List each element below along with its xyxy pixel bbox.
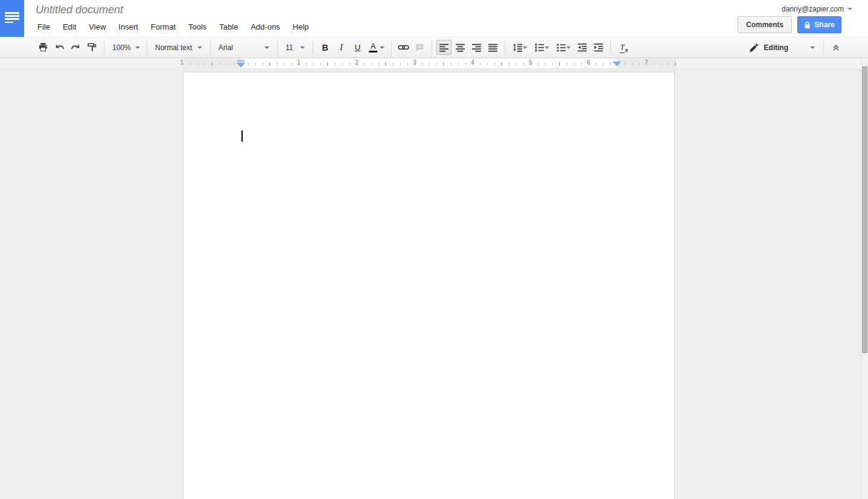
- bulleted-list-button[interactable]: [553, 40, 573, 55]
- print-button[interactable]: [36, 40, 51, 55]
- undo-icon: [54, 42, 65, 52]
- ruler-number: 5: [528, 59, 533, 66]
- align-center-icon: [455, 42, 465, 52]
- increase-indent-button[interactable]: [591, 40, 606, 55]
- insert-link-button[interactable]: [396, 40, 411, 55]
- underline-icon: U: [355, 43, 360, 52]
- decrease-indent-button[interactable]: [575, 40, 590, 55]
- menu-tools[interactable]: Tools: [187, 22, 208, 32]
- toolbar-separator: [313, 41, 313, 54]
- right-indent-marker[interactable]: [613, 62, 621, 66]
- font-size-value: 11: [286, 43, 293, 52]
- ruler-number: 7: [644, 59, 649, 66]
- chevron-down-icon: [810, 46, 815, 49]
- zoom-select[interactable]: 100%: [108, 40, 143, 55]
- chevron-down-icon: [380, 46, 385, 49]
- first-line-indent-marker[interactable]: [237, 60, 244, 62]
- document-title[interactable]: Untitled document: [36, 4, 123, 16]
- clear-formatting-button[interactable]: Tx: [615, 40, 633, 55]
- line-spacing-button[interactable]: [509, 40, 530, 55]
- lock-icon: [804, 21, 811, 29]
- numbered-list-icon: [534, 42, 544, 52]
- comments-button[interactable]: Comments: [738, 16, 792, 33]
- document-page[interactable]: [183, 72, 675, 499]
- justify-icon: [488, 42, 498, 52]
- ruler-ticks: [183, 59, 676, 68]
- bold-button[interactable]: B: [318, 40, 333, 55]
- font-family-value: Arial: [219, 43, 233, 52]
- toolbar-separator: [432, 41, 432, 54]
- ruler-number: 6: [586, 59, 591, 66]
- menu-help[interactable]: Help: [292, 22, 310, 32]
- insert-comment-button[interactable]: [412, 40, 427, 55]
- menu-add-ons[interactable]: Add-ons: [249, 22, 281, 32]
- zoom-value: 100%: [112, 43, 131, 52]
- menu-bar: File Edit View Insert Format Tools Table…: [36, 22, 310, 32]
- vertical-scrollbar[interactable]: [861, 59, 868, 499]
- menu-edit[interactable]: Edit: [62, 22, 77, 32]
- left-indent-marker[interactable]: [237, 63, 245, 68]
- toolbar-separator: [210, 41, 211, 54]
- app-header: Untitled document File Edit View Insert …: [0, 0, 868, 37]
- double-chevron-up-icon: [831, 43, 841, 52]
- redo-icon: [71, 42, 81, 52]
- redo-button[interactable]: [68, 40, 83, 55]
- paint-format-button[interactable]: [85, 40, 100, 55]
- google-docs-app: Untitled document File Edit View Insert …: [0, 0, 868, 499]
- editing-mode-select[interactable]: Editing: [744, 40, 820, 55]
- font-family-select[interactable]: Arial: [214, 40, 273, 55]
- account-menu[interactable]: danny@zapier.com: [782, 5, 852, 13]
- menu-format[interactable]: Format: [150, 22, 177, 32]
- paragraph-style-select[interactable]: Normal text: [151, 40, 206, 55]
- header-buttons: Comments Share: [738, 16, 841, 33]
- clear-formatting-icon: Tx: [620, 42, 628, 53]
- font-size-select[interactable]: 11: [281, 40, 309, 55]
- paragraph-style-value: Normal text: [155, 43, 192, 52]
- toolbar: 100% Normal text Arial 11 B I U: [0, 37, 868, 58]
- docs-logo-icon: [5, 12, 19, 25]
- document-canvas: [0, 68, 861, 499]
- underline-button[interactable]: U: [350, 40, 365, 55]
- italic-icon: I: [340, 42, 343, 52]
- text-cursor: [241, 130, 243, 142]
- ruler: 1 1 2 3 4 5 6 7: [0, 59, 861, 68]
- docs-logo[interactable]: [0, 0, 24, 37]
- indent-icon: [593, 42, 604, 52]
- align-left-button[interactable]: [436, 40, 452, 55]
- undo-button[interactable]: [52, 40, 67, 55]
- account-email: danny@zapier.com: [782, 5, 844, 13]
- chevron-down-icon: [523, 46, 528, 49]
- collapse-toolbar-button[interactable]: [828, 40, 843, 55]
- chevron-down-icon: [544, 46, 549, 49]
- italic-button[interactable]: I: [334, 40, 349, 55]
- scrollbar-thumb[interactable]: [862, 66, 867, 353]
- numbered-list-button[interactable]: [531, 40, 552, 55]
- share-button-label: Share: [814, 21, 834, 29]
- paint-format-icon: [87, 42, 97, 52]
- toolbar-separator: [147, 41, 147, 54]
- line-spacing-icon: [512, 42, 523, 52]
- print-icon: [38, 42, 48, 52]
- toolbar-separator: [610, 41, 611, 54]
- menu-table[interactable]: Table: [218, 22, 239, 32]
- menu-view[interactable]: View: [88, 22, 107, 32]
- menu-file[interactable]: File: [36, 22, 51, 32]
- justify-button[interactable]: [485, 40, 500, 55]
- ruler-number: 1: [179, 59, 184, 66]
- chevron-down-icon: [197, 46, 202, 49]
- align-center-button[interactable]: [453, 40, 468, 55]
- share-button[interactable]: Share: [797, 16, 841, 33]
- bold-icon: B: [322, 43, 328, 52]
- text-color-icon: A: [369, 42, 377, 53]
- menu-insert[interactable]: Insert: [117, 22, 139, 32]
- comment-icon: [415, 42, 425, 52]
- pencil-icon: [749, 43, 759, 52]
- align-right-button[interactable]: [469, 40, 484, 55]
- chevron-down-icon: [135, 46, 140, 49]
- text-color-button[interactable]: A: [366, 40, 387, 55]
- bulleted-list-icon: [556, 42, 566, 52]
- mode-label: Editing: [764, 43, 788, 52]
- chevron-down-icon: [300, 46, 305, 49]
- outdent-icon: [577, 42, 587, 52]
- toolbar-separator: [104, 41, 104, 54]
